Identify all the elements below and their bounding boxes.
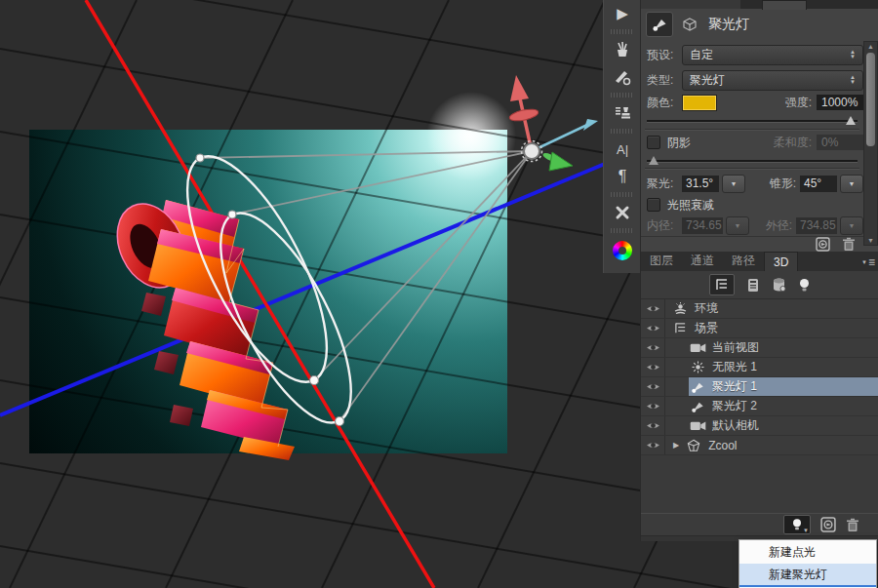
tree-row-default-camera[interactable]: 默认相机	[641, 416, 878, 436]
falloff-row: 光照衰减	[641, 197, 863, 213]
properties-tab-strip[interactable]	[641, 0, 878, 9]
tree-row-spotlight-2[interactable]: 聚光灯 2	[641, 397, 878, 416]
scroll-up-icon[interactable]: ▲	[867, 42, 874, 51]
tab-layers[interactable]: 图层	[641, 250, 682, 271]
visibility-toggle[interactable]	[641, 377, 665, 396]
expand-arrow-icon[interactable]: ▶	[673, 441, 679, 450]
visibility-toggle[interactable]	[641, 358, 665, 376]
properties-panel: 聚光灯 预设: 自定 ▲▼ 类型: 聚光灯 ▲▼ 颜色: 强度:	[640, 0, 878, 252]
cone-label: 锥形:	[770, 176, 796, 192]
delete-light-icon[interactable]	[842, 237, 856, 252]
play-actions-button[interactable]: ▶	[604, 0, 641, 27]
character-panel-button[interactable]: A|	[604, 136, 641, 163]
character-panel-icon: A|	[617, 142, 628, 157]
grip-handle[interactable]	[611, 129, 634, 134]
tree-row-spotlight-1[interactable]: 聚光灯 1	[641, 377, 878, 397]
visibility-toggle[interactable]	[641, 436, 665, 454]
new-light-context-menu: 新建点光 新建聚光灯	[738, 539, 877, 588]
photoshop-3d-workspace: ▶ A| ¶	[0, 0, 878, 588]
softness-slider[interactable]	[647, 156, 858, 166]
properties-header: 聚光灯	[641, 10, 878, 39]
filter-meshes-icon[interactable]	[746, 278, 760, 293]
tree-row-infinite-light-1[interactable]: 无限光 1	[641, 358, 878, 377]
grip-handle[interactable]	[611, 93, 634, 98]
photo-plane[interactable]	[29, 92, 516, 453]
scroll-down-icon[interactable]: ▼	[867, 236, 874, 245]
tab-paths[interactable]: 路径	[723, 250, 764, 271]
delete-icon[interactable]	[846, 518, 859, 532]
inner-radius-label: 内径:	[647, 217, 682, 234]
clone-source-button[interactable]	[604, 99, 641, 127]
preset-value: 自定	[690, 47, 713, 63]
scrollbar-thumb[interactable]	[866, 53, 875, 146]
brush-presets-button[interactable]	[604, 36, 641, 63]
cone-value-field[interactable]: 45°	[800, 176, 837, 192]
filter-lights-icon[interactable]	[798, 278, 811, 293]
grip-handle[interactable]	[611, 192, 634, 197]
tab-channels[interactable]: 通道	[682, 250, 723, 271]
tree-item-label: 环境	[695, 300, 718, 317]
light-color-swatch[interactable]	[682, 95, 717, 111]
panel-menu-icon[interactable]: ▼≡	[861, 255, 875, 269]
grip-handle[interactable]	[611, 228, 634, 233]
eye-icon	[646, 381, 660, 392]
panel-title: 聚光灯	[708, 16, 749, 33]
type-label: 类型:	[647, 72, 682, 89]
properties-scrollbar[interactable]: ▲ ▼	[863, 41, 878, 246]
tools-panel-button[interactable]	[604, 199, 641, 226]
tree-item-label: 聚光灯 2	[712, 398, 757, 414]
filter-materials-icon[interactable]	[772, 278, 786, 293]
slider-handle[interactable]	[649, 156, 658, 165]
outer-radius-field[interactable]: 734.85	[796, 217, 837, 234]
3d-filter-bar	[641, 271, 878, 299]
visibility-toggle[interactable]	[641, 397, 665, 415]
tree-row-zcool[interactable]: ▶ Zcool	[641, 436, 878, 455]
hotspot-stepper[interactable]: ▼	[722, 175, 745, 193]
new-light-button[interactable]: ▼	[783, 515, 811, 534]
spotlight-icon	[689, 380, 706, 394]
type-dropdown[interactable]: 聚光灯 ▲▼	[682, 70, 863, 91]
eye-icon	[646, 440, 660, 451]
visibility-toggle[interactable]	[641, 299, 665, 318]
hotspot-value-field[interactable]: 31.5°	[682, 176, 719, 192]
environment-icon	[671, 302, 689, 315]
tab-3d[interactable]: 3D	[764, 252, 798, 271]
intensity-slider[interactable]	[647, 116, 858, 126]
eye-icon	[646, 323, 660, 333]
axis-hub	[524, 143, 539, 159]
tree-row-environment[interactable]: 环境	[641, 299, 878, 319]
eye-icon	[646, 303, 660, 314]
type-value: 聚光灯	[690, 72, 725, 89]
inner-radius-stepper[interactable]: ▼	[726, 216, 749, 235]
radius-row: 内径: 734.65 ▼ 外径: 734.85 ▼	[641, 216, 863, 235]
slider-handle[interactable]	[846, 116, 856, 125]
tree-row-scene[interactable]: 场景	[641, 319, 878, 338]
updown-arrows-icon: ▲▼	[850, 50, 856, 59]
menu-item-new-point-light[interactable]: 新建点光	[739, 540, 876, 564]
outer-radius-stepper[interactable]: ▼	[840, 216, 863, 235]
coordinates-icon[interactable]	[820, 517, 836, 532]
eye-icon	[646, 420, 660, 431]
visibility-toggle[interactable]	[641, 319, 665, 337]
spotlight-type-button[interactable]	[646, 12, 673, 37]
paragraph-panel-button[interactable]: ¶	[604, 163, 641, 190]
coordinates-icon[interactable]	[816, 237, 830, 252]
color-wheel-icon	[613, 241, 632, 260]
filter-whole-scene-icon[interactable]	[709, 274, 735, 295]
shadow-checkbox[interactable]	[647, 136, 660, 149]
menu-item-new-spotlight[interactable]: 新建聚光灯	[739, 564, 876, 587]
visibility-toggle[interactable]	[641, 338, 665, 357]
inner-radius-field[interactable]: 734.65	[682, 217, 723, 234]
tree-row-current-view[interactable]: 当前视图	[641, 338, 878, 358]
visibility-toggle[interactable]	[641, 416, 665, 435]
updown-arrows-icon: ▲▼	[850, 75, 856, 85]
softness-value-field[interactable]: 0%	[817, 135, 863, 150]
intensity-value-field[interactable]: 1000%	[817, 95, 863, 110]
cone-stepper[interactable]: ▼	[840, 175, 863, 193]
grip-handle[interactable]	[611, 29, 634, 34]
color-themes-button[interactable]	[604, 235, 641, 266]
falloff-checkbox[interactable]	[647, 198, 660, 212]
preset-dropdown[interactable]: 自定 ▲▼	[682, 45, 863, 65]
preset-label: 预设:	[647, 47, 682, 63]
tool-presets-button[interactable]	[604, 63, 641, 91]
